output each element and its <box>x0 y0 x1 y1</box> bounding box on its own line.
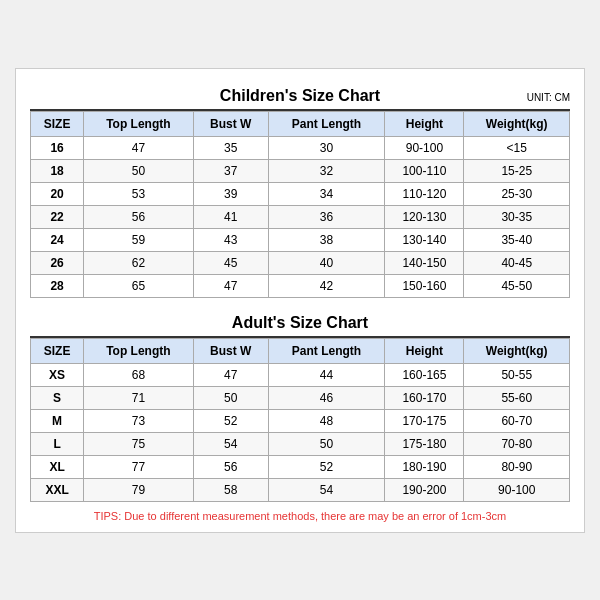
adult-size-table: SIZETop LengthBust WPant LengthHeightWei… <box>30 338 570 502</box>
adult-col-header: SIZE <box>31 338 84 363</box>
table-row: XL775652180-19080-90 <box>31 455 570 478</box>
table-cell: 45 <box>193 251 268 274</box>
table-cell: 47 <box>84 136 193 159</box>
table-cell: 35-40 <box>464 228 570 251</box>
table-row: XXL795854190-20090-100 <box>31 478 570 501</box>
table-cell: XS <box>31 363 84 386</box>
table-cell: 40-45 <box>464 251 570 274</box>
table-cell: 50-55 <box>464 363 570 386</box>
table-cell: 26 <box>31 251 84 274</box>
children-table-header: SIZETop LengthBust WPant LengthHeightWei… <box>31 111 570 136</box>
table-cell: 28 <box>31 274 84 297</box>
table-cell: 180-190 <box>385 455 464 478</box>
table-row: L755450175-18070-80 <box>31 432 570 455</box>
adult-table-header: SIZETop LengthBust WPant LengthHeightWei… <box>31 338 570 363</box>
table-cell: 58 <box>193 478 268 501</box>
table-cell: 190-200 <box>385 478 464 501</box>
children-chart-title: Children's Size Chart <box>220 87 380 104</box>
table-cell: 15-25 <box>464 159 570 182</box>
table-cell: 35 <box>193 136 268 159</box>
table-cell: 73 <box>84 409 193 432</box>
table-cell: 39 <box>193 182 268 205</box>
table-cell: 47 <box>193 363 268 386</box>
table-cell: 170-175 <box>385 409 464 432</box>
table-cell: 47 <box>193 274 268 297</box>
children-col-header: Top Length <box>84 111 193 136</box>
children-col-header: Bust W <box>193 111 268 136</box>
table-cell: 52 <box>193 409 268 432</box>
table-cell: XXL <box>31 478 84 501</box>
table-cell: 37 <box>193 159 268 182</box>
table-cell: M <box>31 409 84 432</box>
table-cell: 52 <box>268 455 385 478</box>
table-cell: S <box>31 386 84 409</box>
table-cell: 175-180 <box>385 432 464 455</box>
table-cell: L <box>31 432 84 455</box>
table-cell: 34 <box>268 182 385 205</box>
table-cell: 30 <box>268 136 385 159</box>
unit-label: UNIT: CM <box>527 92 570 103</box>
adult-col-header: Height <box>385 338 464 363</box>
table-cell: 45-50 <box>464 274 570 297</box>
table-cell: 120-130 <box>385 205 464 228</box>
children-chart-header: Children's Size Chart UNIT: CM <box>30 81 570 111</box>
children-table-body: 1647353090-100<1518503732100-11015-25205… <box>31 136 570 297</box>
table-cell: 79 <box>84 478 193 501</box>
table-cell: 42 <box>268 274 385 297</box>
table-cell: 50 <box>84 159 193 182</box>
table-cell: 150-160 <box>385 274 464 297</box>
table-cell: XL <box>31 455 84 478</box>
table-cell: 54 <box>268 478 385 501</box>
table-cell: 71 <box>84 386 193 409</box>
table-cell: 68 <box>84 363 193 386</box>
table-cell: 62 <box>84 251 193 274</box>
table-cell: 16 <box>31 136 84 159</box>
table-row: 20533934110-12025-30 <box>31 182 570 205</box>
table-cell: 77 <box>84 455 193 478</box>
table-cell: 53 <box>84 182 193 205</box>
table-cell: 59 <box>84 228 193 251</box>
table-cell: 50 <box>193 386 268 409</box>
table-cell: 90-100 <box>464 478 570 501</box>
children-size-table: SIZETop LengthBust WPant LengthHeightWei… <box>30 111 570 298</box>
table-cell: 50 <box>268 432 385 455</box>
table-cell: 140-150 <box>385 251 464 274</box>
table-cell: 44 <box>268 363 385 386</box>
adult-col-header: Bust W <box>193 338 268 363</box>
chart-container: Children's Size Chart UNIT: CM SIZETop L… <box>15 68 585 533</box>
table-row: 1647353090-100<15 <box>31 136 570 159</box>
table-cell: 24 <box>31 228 84 251</box>
table-row: 18503732100-11015-25 <box>31 159 570 182</box>
table-row: M735248170-17560-70 <box>31 409 570 432</box>
adult-chart-header: Adult's Size Chart <box>30 308 570 338</box>
table-cell: 36 <box>268 205 385 228</box>
table-cell: 48 <box>268 409 385 432</box>
table-cell: 41 <box>193 205 268 228</box>
table-cell: 70-80 <box>464 432 570 455</box>
table-cell: 38 <box>268 228 385 251</box>
table-cell: 32 <box>268 159 385 182</box>
table-row: 28654742150-16045-50 <box>31 274 570 297</box>
children-col-header: Pant Length <box>268 111 385 136</box>
table-cell: 160-170 <box>385 386 464 409</box>
table-cell: 60-70 <box>464 409 570 432</box>
adult-col-header: Top Length <box>84 338 193 363</box>
table-row: XS684744160-16550-55 <box>31 363 570 386</box>
table-cell: 90-100 <box>385 136 464 159</box>
adult-col-header: Weight(kg) <box>464 338 570 363</box>
table-cell: 130-140 <box>385 228 464 251</box>
table-cell: 18 <box>31 159 84 182</box>
adult-col-header: Pant Length <box>268 338 385 363</box>
table-cell: 80-90 <box>464 455 570 478</box>
table-cell: 40 <box>268 251 385 274</box>
table-cell: 160-165 <box>385 363 464 386</box>
table-cell: 55-60 <box>464 386 570 409</box>
table-cell: 100-110 <box>385 159 464 182</box>
table-cell: 56 <box>193 455 268 478</box>
children-col-header: Weight(kg) <box>464 111 570 136</box>
table-row: S715046160-17055-60 <box>31 386 570 409</box>
table-cell: 43 <box>193 228 268 251</box>
table-cell: <15 <box>464 136 570 159</box>
table-row: 24594338130-14035-40 <box>31 228 570 251</box>
table-cell: 46 <box>268 386 385 409</box>
